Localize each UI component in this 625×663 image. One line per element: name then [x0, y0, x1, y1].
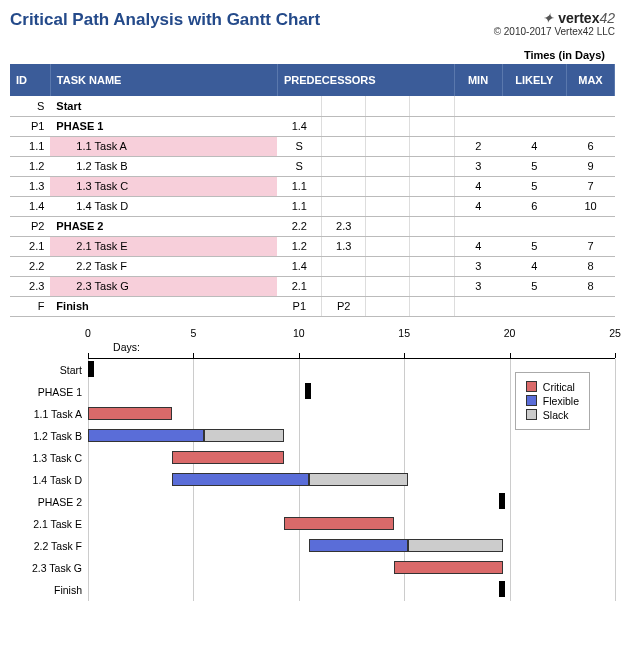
cell-id: 2.3: [10, 276, 50, 296]
cell-pred: [410, 236, 454, 256]
cell-pred: [322, 156, 366, 176]
gantt-bar-milestone: [499, 581, 505, 597]
cell-max: 6: [567, 136, 615, 156]
cell-pred: 1.1: [277, 196, 321, 216]
gantt-row-label: 2.2 Task F: [10, 540, 88, 552]
cell-pred: [322, 96, 366, 116]
cell-id: S: [10, 96, 50, 116]
times-unit-label: Times (in Days): [10, 49, 615, 61]
legend-critical-label: Critical: [543, 381, 575, 393]
cell-pred: 2.1: [277, 276, 321, 296]
gantt-bar-slack: [204, 429, 284, 442]
table-row: 2.32.3 Task G2.1358: [10, 276, 615, 296]
cell-pred: [322, 176, 366, 196]
cell-pred: [410, 136, 454, 156]
cell-min: 3: [454, 276, 502, 296]
cell-pred: S: [277, 156, 321, 176]
cell-id: 1.4: [10, 196, 50, 216]
table-row: 2.12.1 Task E1.21.3457: [10, 236, 615, 256]
gantt-bar-slack: [309, 473, 408, 486]
cell-max: 8: [567, 276, 615, 296]
gantt-bar-critical: [88, 407, 172, 420]
cell-pred: 2.3: [322, 216, 366, 236]
gantt-row-label: Finish: [10, 584, 88, 596]
axis-tick-label: 20: [504, 327, 516, 339]
table-header-row: ID TASK NAME PREDECESSORS MIN LIKELY MAX: [10, 64, 615, 96]
legend: Critical Flexible Slack: [515, 372, 590, 430]
cell-pred: [366, 176, 410, 196]
gantt-bar-area: [88, 447, 615, 469]
cell-task: 1.2 Task B: [50, 156, 277, 176]
cell-min: 2: [454, 136, 502, 156]
axis-tick-label: 25: [609, 327, 621, 339]
cell-pred: 1.2: [277, 236, 321, 256]
gantt-bar-slack: [408, 539, 503, 552]
cell-id: F: [10, 296, 50, 316]
table-row: P1PHASE 11.4: [10, 116, 615, 136]
gantt-bar-area: [88, 557, 615, 579]
brand-copyright: © 2010-2017 Vertex42 LLC: [494, 26, 615, 37]
cell-pred: S: [277, 136, 321, 156]
gantt-bar-flexible: [172, 473, 309, 486]
cell-task: Start: [50, 96, 277, 116]
gantt-chart: Critical Flexible Slack Days: 0510152025…: [10, 327, 615, 601]
cell-min: [454, 216, 502, 236]
gantt-bar-area: [88, 535, 615, 557]
cell-likely: [502, 96, 566, 116]
table-row: FFinishP1P2: [10, 296, 615, 316]
gantt-row-label: 1.1 Task A: [10, 408, 88, 420]
axis-tick-label: 0: [85, 327, 91, 339]
cell-task: 1.4 Task D: [50, 196, 277, 216]
legend-critical: Critical: [526, 381, 579, 393]
gantt-row: 2.3 Task G: [10, 557, 615, 579]
cell-min: 4: [454, 196, 502, 216]
cell-likely: 5: [502, 236, 566, 256]
gantt-row-label: 1.4 Task D: [10, 474, 88, 486]
cell-task: 1.1 Task A: [50, 136, 277, 156]
cell-max: 9: [567, 156, 615, 176]
col-min: MIN: [454, 64, 502, 96]
cell-id: P1: [10, 116, 50, 136]
cell-pred: [410, 196, 454, 216]
task-table: ID TASK NAME PREDECESSORS MIN LIKELY MAX…: [10, 64, 615, 317]
cell-id: P2: [10, 216, 50, 236]
gantt-row: 1.3 Task C: [10, 447, 615, 469]
cell-min: [454, 296, 502, 316]
table-row: SStart: [10, 96, 615, 116]
gantt-bar-flexible: [88, 429, 204, 442]
cell-max: 10: [567, 196, 615, 216]
legend-slack-label: Slack: [543, 409, 569, 421]
axis-tick-label: 5: [190, 327, 196, 339]
cell-id: 1.2: [10, 156, 50, 176]
cell-pred: [366, 296, 410, 316]
gantt-bar-milestone: [88, 361, 94, 377]
col-likely: LIKELY: [502, 64, 566, 96]
gantt-bar-area: [88, 513, 615, 535]
cell-pred: [410, 176, 454, 196]
cell-max: [567, 116, 615, 136]
gantt-row: Finish: [10, 579, 615, 601]
cell-likely: [502, 296, 566, 316]
axis-tick-label: 15: [398, 327, 410, 339]
cell-id: 1.3: [10, 176, 50, 196]
gantt-bar-milestone: [499, 493, 505, 509]
brand-logo: ✦ vertex42: [494, 10, 615, 26]
cell-pred: 1.4: [277, 116, 321, 136]
cell-max: 8: [567, 256, 615, 276]
gantt-bar-milestone: [305, 383, 311, 399]
cell-pred: 1.4: [277, 256, 321, 276]
legend-flexible: Flexible: [526, 395, 579, 407]
table-row: P2PHASE 22.22.3: [10, 216, 615, 236]
cell-max: [567, 216, 615, 236]
cell-likely: [502, 216, 566, 236]
cell-pred: [366, 96, 410, 116]
cell-pred: P2: [322, 296, 366, 316]
cell-pred: [410, 116, 454, 136]
cell-max: [567, 296, 615, 316]
gantt-row-label: 2.3 Task G: [10, 562, 88, 574]
gantt-row-label: 1.2 Task B: [10, 430, 88, 442]
brand-block: ✦ vertex42 © 2010-2017 Vertex42 LLC: [494, 10, 615, 37]
cell-likely: 5: [502, 276, 566, 296]
cell-likely: 4: [502, 256, 566, 276]
cell-likely: 5: [502, 156, 566, 176]
